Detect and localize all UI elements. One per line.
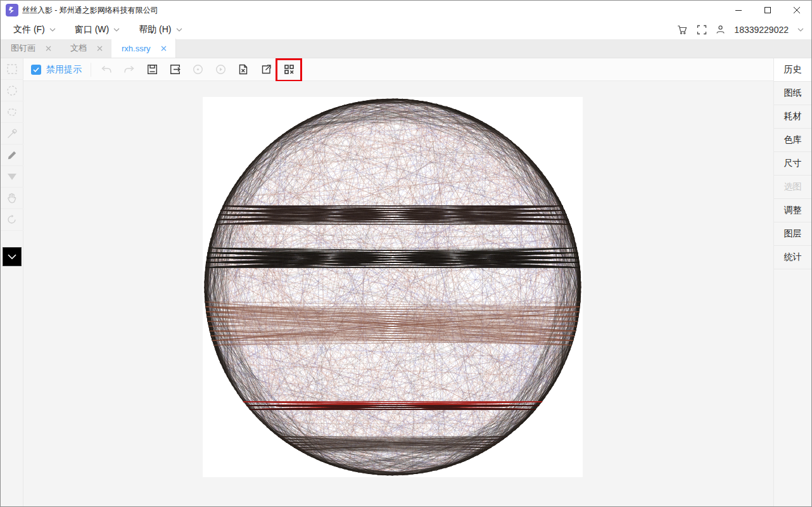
title-bar: 丝丝入影 - 郑州通之影网络科技有限公司 bbox=[1, 1, 811, 20]
app-logo-icon bbox=[6, 4, 18, 16]
export-share-button[interactable] bbox=[255, 59, 277, 80]
canvas-workspace bbox=[23, 81, 773, 506]
triangle-marker-tool[interactable] bbox=[1, 166, 23, 188]
checkbox-checked-icon[interactable] bbox=[31, 65, 41, 75]
panel-tab-label: 色库 bbox=[784, 134, 802, 146]
eyedropper-tool[interactable] bbox=[1, 123, 23, 144]
tab-document[interactable]: 文档 bbox=[60, 39, 111, 58]
menu-file[interactable]: 文件 (F) bbox=[6, 20, 63, 39]
tab-label: 图钉画 bbox=[11, 42, 35, 54]
tab-label: 文档 bbox=[70, 42, 87, 54]
main-toolbar: 禁用提示 bbox=[23, 58, 773, 81]
toolbar-divider bbox=[91, 63, 91, 77]
save-as-icon-button[interactable] bbox=[163, 59, 186, 80]
panel-tab-materials[interactable]: 耗材 bbox=[774, 105, 811, 129]
panel-tab-adjust[interactable]: 调整 bbox=[774, 199, 811, 222]
chevron-down-icon[interactable] bbox=[797, 28, 804, 32]
menu-window-label: 窗口 (W) bbox=[75, 24, 109, 35]
left-tool-sidebar bbox=[1, 58, 23, 506]
maximize-button[interactable] bbox=[753, 1, 782, 20]
menu-file-label: 文件 (F) bbox=[13, 24, 45, 35]
panel-tab-label: 耗材 bbox=[784, 111, 802, 122]
disable-tips-toggle[interactable]: 禁用提示 bbox=[23, 64, 91, 75]
tab-close-icon[interactable] bbox=[97, 46, 103, 51]
app-window: 丝丝入影 - 郑州通之影网络科技有限公司 文件 (F) 窗口 (W) 帮助 (H… bbox=[0, 0, 812, 507]
tab-rxh-ssry[interactable]: rxh.ssry bbox=[111, 39, 176, 58]
chevron-down-icon bbox=[113, 28, 120, 32]
tab-close-icon[interactable] bbox=[46, 46, 51, 51]
play-button[interactable] bbox=[209, 59, 232, 80]
panel-tab-statistics[interactable]: 统计 bbox=[774, 246, 811, 269]
redo-button[interactable] bbox=[118, 59, 141, 80]
pencil-tool[interactable] bbox=[1, 144, 23, 166]
user-icon bbox=[716, 25, 725, 34]
panel-tab-history[interactable]: 历史 bbox=[774, 58, 811, 82]
menu-bar: 文件 (F) 窗口 (W) 帮助 (H) 18339229022 bbox=[1, 20, 811, 39]
panel-tab-select-image: 选图 bbox=[774, 176, 811, 199]
panel-tab-label: 选图 bbox=[784, 181, 802, 193]
window-title: 丝丝入影 - 郑州通之影网络科技有限公司 bbox=[22, 5, 158, 16]
minimize-button[interactable] bbox=[724, 1, 753, 20]
record-button[interactable] bbox=[186, 59, 209, 80]
rotate-tool[interactable] bbox=[1, 209, 23, 231]
string-art-canvas[interactable] bbox=[203, 97, 583, 477]
panel-tab-label: 尺寸 bbox=[784, 158, 802, 169]
qr-code-button[interactable] bbox=[277, 59, 300, 80]
chevron-down-icon bbox=[176, 28, 182, 32]
account-number[interactable]: 18339229022 bbox=[734, 25, 789, 35]
artboard bbox=[203, 97, 583, 477]
cart-icon[interactable] bbox=[676, 24, 688, 35]
right-panel-sidebar: 历史 图纸 耗材 色库 尺寸 选图 调整 图层 统计 bbox=[773, 58, 811, 506]
panel-tab-size[interactable]: 尺寸 bbox=[774, 152, 811, 176]
close-button[interactable] bbox=[782, 1, 811, 20]
tab-label: rxh.ssry bbox=[122, 44, 151, 53]
tab-pin-drawing[interactable]: 图钉画 bbox=[1, 39, 60, 58]
menu-help-label: 帮助 (H) bbox=[139, 24, 171, 35]
fullscreen-icon[interactable] bbox=[697, 25, 707, 35]
delete-file-button[interactable] bbox=[232, 59, 255, 80]
panel-tab-label: 历史 bbox=[784, 64, 802, 75]
document-tab-bar: 图钉画 文档 rxh.ssry bbox=[1, 39, 811, 58]
undo-button[interactable] bbox=[95, 59, 118, 80]
panel-tab-label: 调整 bbox=[784, 205, 802, 216]
panel-tab-drawing-paper[interactable]: 图纸 bbox=[774, 82, 811, 105]
expand-tools-button[interactable] bbox=[3, 247, 22, 266]
marquee-select-tool[interactable] bbox=[1, 58, 23, 80]
panel-tab-color-library[interactable]: 色库 bbox=[774, 129, 811, 152]
tab-close-icon[interactable] bbox=[161, 46, 167, 51]
menu-window[interactable]: 窗口 (W) bbox=[67, 20, 127, 39]
hand-pan-tool[interactable] bbox=[1, 188, 23, 209]
disable-tips-label: 禁用提示 bbox=[46, 64, 82, 75]
menu-help[interactable]: 帮助 (H) bbox=[131, 20, 189, 39]
chevron-down-icon bbox=[49, 28, 56, 32]
panel-tab-label: 统计 bbox=[784, 252, 802, 263]
panel-tab-layers[interactable]: 图层 bbox=[774, 222, 811, 246]
ellipse-select-tool[interactable] bbox=[1, 80, 23, 101]
panel-tab-label: 图层 bbox=[784, 228, 802, 240]
lasso-select-tool[interactable] bbox=[1, 101, 23, 123]
panel-tab-label: 图纸 bbox=[784, 87, 802, 99]
save-icon-button[interactable] bbox=[141, 59, 163, 80]
